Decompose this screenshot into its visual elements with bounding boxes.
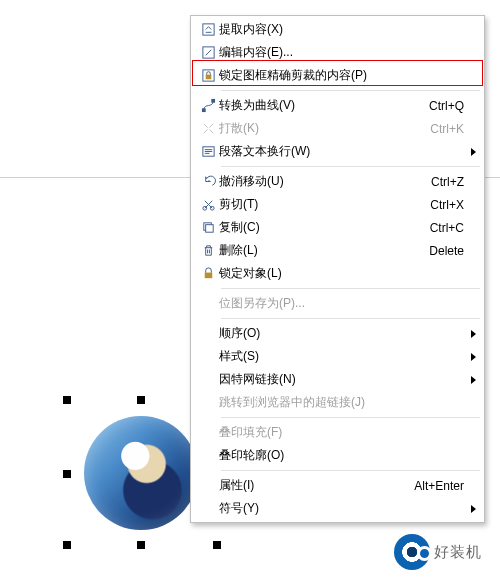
menu-internet-link[interactable]: 因特网链接(N) (193, 368, 482, 391)
menu-extract-content[interactable]: 提取内容(X) (193, 18, 482, 41)
menu-label: 锁定图框精确剪裁的内容(P) (219, 67, 464, 84)
watermark-logo: 好装机 (394, 534, 482, 570)
cut-icon (197, 197, 219, 212)
menu-order[interactable]: 顺序(O) (193, 322, 482, 345)
menu-overprint-outline[interactable]: 叠印轮廓(O) (193, 444, 482, 467)
menu-styles[interactable]: 样式(S) (193, 345, 482, 368)
menu-separator (221, 166, 480, 167)
menu-label: 叠印轮廓(O) (219, 447, 464, 464)
menu-label: 提取内容(X) (219, 21, 464, 38)
selected-image[interactable] (84, 416, 198, 530)
lock-crop-icon (197, 68, 219, 83)
menu-shortcut: Ctrl+C (430, 221, 464, 235)
copy-icon (197, 220, 219, 235)
context-menu: 提取内容(X) 编辑内容(E)... 锁定图框精确剪裁的内容(P) 转换为曲线(… (190, 15, 485, 523)
trash-icon (197, 243, 219, 258)
menu-lock-object[interactable]: 锁定对象(L) (193, 262, 482, 285)
menu-separator (221, 318, 480, 319)
menu-label: 叠印填充(F) (219, 424, 464, 441)
menu-shortcut: Ctrl+K (430, 122, 464, 136)
svg-rect-11 (204, 273, 212, 279)
menu-overprint-fill: 叠印填充(F) (193, 421, 482, 444)
svg-rect-0 (202, 24, 213, 35)
submenu-arrow (471, 330, 476, 338)
menu-label: 顺序(O) (219, 325, 464, 342)
sel-handle-bc[interactable] (137, 541, 145, 549)
undo-icon (197, 174, 219, 189)
menu-cut[interactable]: 剪切(T) Ctrl+X (193, 193, 482, 216)
menu-label: 属性(I) (219, 477, 404, 494)
lock-icon (197, 266, 219, 281)
menu-label: 符号(Y) (219, 500, 464, 517)
menu-edit-content[interactable]: 编辑内容(E)... (193, 41, 482, 64)
menu-label: 样式(S) (219, 348, 464, 365)
sel-handle-tc[interactable] (137, 396, 145, 404)
menu-undo-move[interactable]: 撤消移动(U) Ctrl+Z (193, 170, 482, 193)
submenu-arrow (471, 353, 476, 361)
menu-separator (221, 90, 480, 91)
menu-label: 转换为曲线(V) (219, 97, 419, 114)
sel-handle-bl[interactable] (63, 541, 71, 549)
menu-separator (221, 288, 480, 289)
edit-icon (197, 45, 219, 60)
menu-label: 删除(L) (219, 242, 419, 259)
menu-copy[interactable]: 复制(C) Ctrl+C (193, 216, 482, 239)
menu-separator (221, 417, 480, 418)
menu-shortcut: Ctrl+Z (431, 175, 464, 189)
menu-label: 打散(K) (219, 120, 420, 137)
svg-rect-10 (205, 225, 213, 233)
menu-delete[interactable]: 删除(L) Delete (193, 239, 482, 262)
menu-shortcut: Ctrl+Q (429, 99, 464, 113)
break-icon (197, 121, 219, 136)
menu-label: 跳转到浏览器中的超链接(J) (219, 394, 464, 411)
menu-label: 段落文本换行(W) (219, 143, 464, 160)
menu-paragraph-wrap[interactable]: 段落文本换行(W) (193, 140, 482, 163)
menu-label: 因特网链接(N) (219, 371, 464, 388)
menu-label: 位图另存为(P)... (219, 295, 464, 312)
svg-rect-5 (211, 99, 215, 103)
menu-convert-to-curve[interactable]: 转换为曲线(V) Ctrl+Q (193, 94, 482, 117)
paragraph-icon (197, 144, 219, 159)
svg-rect-3 (205, 75, 211, 80)
menu-shortcut: Ctrl+X (430, 198, 464, 212)
submenu-arrow (471, 505, 476, 513)
menu-symbol[interactable]: 符号(Y) (193, 497, 482, 520)
sel-handle-br[interactable] (213, 541, 221, 549)
extract-icon (197, 22, 219, 37)
menu-break: 打散(K) Ctrl+K (193, 117, 482, 140)
menu-lock-crop[interactable]: 锁定图框精确剪裁的内容(P) (193, 64, 482, 87)
menu-label: 剪切(T) (219, 196, 420, 213)
menu-shortcut: Delete (429, 244, 464, 258)
menu-separator (221, 470, 480, 471)
menu-jump-browser: 跳转到浏览器中的超链接(J) (193, 391, 482, 414)
menu-shortcut: Alt+Enter (414, 479, 464, 493)
menu-properties[interactable]: 属性(I) Alt+Enter (193, 474, 482, 497)
submenu-arrow (471, 148, 476, 156)
submenu-arrow (471, 376, 476, 384)
sel-handle-tl[interactable] (63, 396, 71, 404)
menu-save-bitmap-as: 位图另存为(P)... (193, 292, 482, 315)
svg-rect-4 (201, 108, 205, 112)
sel-handle-ml[interactable] (63, 470, 71, 478)
menu-label: 编辑内容(E)... (219, 44, 464, 61)
eye-icon (394, 534, 430, 570)
menu-label: 锁定对象(L) (219, 265, 464, 282)
watermark-text: 好装机 (434, 543, 482, 562)
curve-icon (197, 98, 219, 113)
menu-label: 复制(C) (219, 219, 420, 236)
menu-label: 撤消移动(U) (219, 173, 421, 190)
